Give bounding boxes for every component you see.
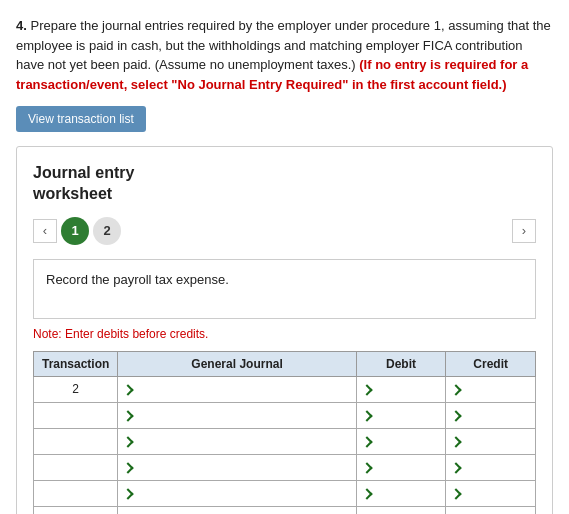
- cell-indicator: [123, 488, 134, 499]
- view-transaction-button[interactable]: View transaction list: [16, 106, 146, 132]
- instruction-box: Record the payroll tax expense.: [33, 259, 536, 319]
- cell-indicator: [361, 436, 372, 447]
- debit-cell-3[interactable]: [356, 428, 446, 454]
- cell-indicator: [361, 410, 372, 421]
- tab-prev-arrow[interactable]: ‹: [33, 219, 57, 243]
- cell-indicator: [123, 436, 134, 447]
- cell-indicator: [361, 488, 372, 499]
- note-text: Note: Enter debits before credits.: [33, 327, 536, 341]
- col-header-debit: Debit: [356, 351, 446, 376]
- tab-1-button[interactable]: 1: [61, 217, 89, 245]
- cell-indicator: [123, 410, 134, 421]
- cell-indicator: [451, 410, 462, 421]
- table-row: [34, 454, 536, 480]
- journal-cell-2[interactable]: [118, 402, 356, 428]
- journal-cell-6[interactable]: [118, 506, 356, 514]
- cell-indicator: [123, 384, 134, 395]
- table-row: [34, 480, 536, 506]
- cell-indicator: [451, 488, 462, 499]
- debit-cell-1[interactable]: [356, 376, 446, 402]
- cell-indicator: [361, 462, 372, 473]
- transaction-cell-3: [34, 428, 118, 454]
- credit-cell-2[interactable]: [446, 402, 536, 428]
- tab-next-arrow[interactable]: ›: [512, 219, 536, 243]
- credit-cell-1[interactable]: [446, 376, 536, 402]
- question-number: 4.: [16, 18, 27, 33]
- col-header-credit: Credit: [446, 351, 536, 376]
- cell-indicator: [451, 436, 462, 447]
- question-container: 4. Prepare the journal entries required …: [16, 16, 553, 94]
- credit-cell-3[interactable]: [446, 428, 536, 454]
- worksheet-container: Journal entry worksheet ‹ 1 2 › Record t…: [16, 146, 553, 514]
- journal-cell-1[interactable]: [118, 376, 356, 402]
- journal-cell-4[interactable]: [118, 454, 356, 480]
- transaction-cell-4: [34, 454, 118, 480]
- table-row: [34, 506, 536, 514]
- col-header-journal: General Journal: [118, 351, 356, 376]
- table-row: [34, 428, 536, 454]
- debit-cell-2[interactable]: [356, 402, 446, 428]
- transaction-cell-1: 2: [34, 376, 118, 402]
- credit-cell-6[interactable]: [446, 506, 536, 514]
- journal-cell-5[interactable]: [118, 480, 356, 506]
- debit-cell-5[interactable]: [356, 480, 446, 506]
- worksheet-title: Journal entry worksheet: [33, 163, 536, 205]
- tab-2-button[interactable]: 2: [93, 217, 121, 245]
- instruction-text: Record the payroll tax expense.: [46, 272, 229, 287]
- debit-cell-6[interactable]: [356, 506, 446, 514]
- cell-indicator: [451, 462, 462, 473]
- transaction-cell-2: [34, 402, 118, 428]
- journal-cell-3[interactable]: [118, 428, 356, 454]
- transaction-cell-6: [34, 506, 118, 514]
- table-row: [34, 402, 536, 428]
- cell-indicator: [451, 384, 462, 395]
- credit-cell-4[interactable]: [446, 454, 536, 480]
- cell-indicator: [123, 462, 134, 473]
- col-header-transaction: Transaction: [34, 351, 118, 376]
- tab-navigation: ‹ 1 2 ›: [33, 217, 536, 245]
- table-row: 2: [34, 376, 536, 402]
- transaction-cell-5: [34, 480, 118, 506]
- cell-indicator: [361, 384, 372, 395]
- debit-cell-4[interactable]: [356, 454, 446, 480]
- journal-table: Transaction General Journal Debit Credit…: [33, 351, 536, 514]
- credit-cell-5[interactable]: [446, 480, 536, 506]
